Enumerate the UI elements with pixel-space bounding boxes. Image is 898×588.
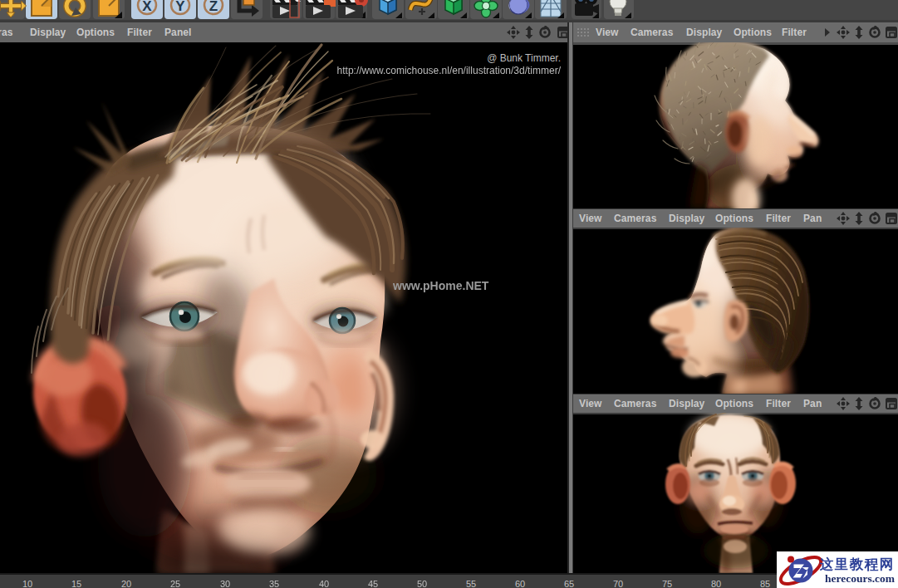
svg-text:X: X bbox=[142, 0, 152, 14]
svg-text:Y: Y bbox=[175, 0, 185, 14]
svg-text:herecours.com: herecours.com bbox=[825, 572, 896, 585]
svg-text:这里教程网: 这里教程网 bbox=[819, 556, 893, 571]
svg-text:Z: Z bbox=[209, 0, 218, 14]
